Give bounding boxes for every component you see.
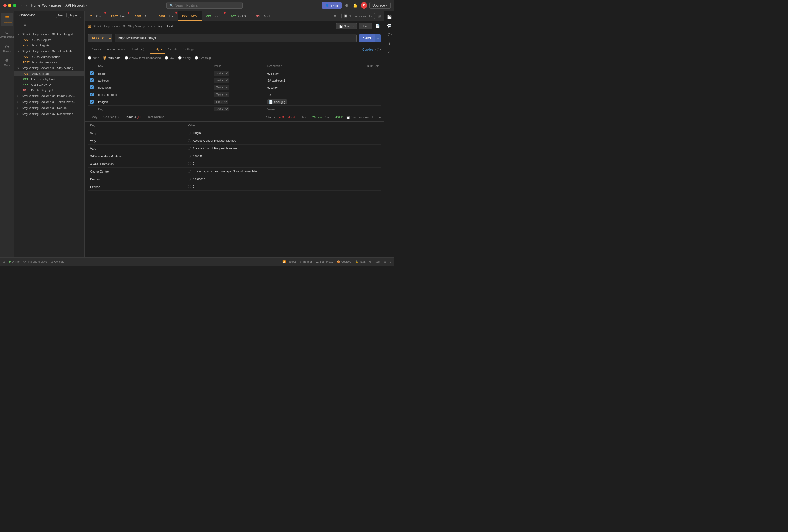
radio-form-data-input[interactable]	[103, 56, 106, 60]
bottom-vault-item[interactable]: 🔒 Vault	[355, 260, 365, 263]
no-environment-button[interactable]: 🔲 No environment ▾	[341, 13, 375, 19]
tab-4[interactable]: POST Hos...	[155, 11, 178, 21]
tab-6[interactable]: GET List S...	[202, 11, 227, 21]
method-select[interactable]: POST ▾ GET DELETE PUT PATCH	[88, 34, 113, 42]
value-cell[interactable]: SA address 1	[265, 77, 381, 84]
sidebar-item-history[interactable]: ◷ History	[1, 41, 13, 55]
workspaces-link[interactable]: Workspaces ▾	[42, 3, 64, 7]
radio-url-encoded-input[interactable]	[124, 56, 128, 60]
type-select[interactable]: File ▾	[214, 100, 228, 104]
more-button[interactable]: ···	[361, 64, 365, 68]
list-item[interactable]: GET List Stays by Host	[14, 77, 84, 82]
send-dropdown-button[interactable]: ▾	[375, 34, 381, 42]
notifications-button[interactable]: 🔔	[352, 2, 358, 9]
radio-form-data[interactable]: form-data	[103, 56, 120, 60]
right-save-btn[interactable]: 💾	[386, 13, 393, 21]
maximize-button[interactable]	[13, 4, 16, 7]
sidebar-item-mock[interactable]: ⊕ Mock	[1, 56, 13, 69]
radio-none[interactable]: none	[88, 56, 99, 60]
resp-tab-headers[interactable]: Headers (14)	[122, 113, 144, 121]
bulk-edit-button[interactable]: Bulk Edit	[367, 64, 379, 67]
type-select-new[interactable]: Text ▾	[214, 107, 229, 112]
collection-header-3[interactable]: ▾ StayBooking Backend 03. Stay Manag...	[14, 65, 84, 71]
filter-btn[interactable]: ≡	[23, 22, 26, 27]
add-tab-button[interactable]: +	[328, 13, 332, 19]
bottom-help-item[interactable]: ?	[390, 260, 391, 263]
back-arrow[interactable]: ‹	[20, 3, 24, 8]
type-select[interactable]: Text ▾	[214, 85, 229, 90]
share-button[interactable]: Share	[358, 23, 372, 29]
bottom-trash-item[interactable]: 🗑 Trash	[369, 260, 380, 263]
value-cell[interactable]: 10	[265, 91, 381, 98]
tab-2[interactable]: POST Hos...	[107, 11, 131, 21]
bottom-console-item[interactable]: ⊡ Console	[51, 260, 64, 263]
radio-none-input[interactable]	[88, 56, 92, 60]
right-expand-btn[interactable]: ⤢	[387, 48, 392, 56]
key-cell[interactable]: name	[96, 70, 212, 77]
tab-1[interactable]: T Gue...	[85, 11, 107, 21]
tab-5-active[interactable]: POST Stay...	[178, 11, 202, 21]
collection-header-4[interactable]: › StayBooking Backend 04. Image Servi...	[14, 93, 84, 99]
sidebar-item-environments[interactable]: ⊙ Environments	[1, 27, 13, 40]
value-cell[interactable]: evestay	[265, 84, 381, 91]
import-button[interactable]: Import	[68, 13, 81, 18]
tab-headers[interactable]: Headers (9)	[128, 45, 149, 54]
list-item[interactable]: POST Stay Upload	[14, 71, 84, 77]
forward-arrow[interactable]: ›	[25, 3, 28, 8]
home-link[interactable]: Home	[31, 3, 40, 7]
add-collection-btn[interactable]: +	[18, 22, 21, 27]
resp-tab-cookies[interactable]: Cookies (1)	[101, 113, 121, 121]
tab-params[interactable]: Params	[88, 45, 104, 54]
type-select[interactable]: Text ▾	[214, 71, 229, 76]
right-code-btn[interactable]: </>	[385, 31, 393, 38]
row-checkbox[interactable]	[90, 78, 94, 82]
collection-header-6[interactable]: › StayBooking Backend 06. Search	[14, 105, 84, 111]
radio-graphql-input[interactable]	[195, 56, 198, 60]
send-button[interactable]: Send	[359, 34, 375, 42]
new-collection-button[interactable]: New	[56, 13, 66, 18]
settings-button[interactable]: ⚙	[344, 2, 350, 9]
minimize-button[interactable]	[8, 4, 12, 7]
avatar[interactable]: P	[361, 2, 367, 9]
bottom-proxy-item[interactable]: ☁ Start Proxy	[316, 260, 333, 263]
resp-tab-test-results[interactable]: Test Results	[145, 113, 167, 121]
value-cell[interactable]: eve-stay	[265, 70, 381, 77]
collection-header-2[interactable]: ▾ StayBooking Backend 02. Token Auth...	[14, 48, 84, 54]
new-key-input[interactable]	[98, 107, 210, 111]
collection-header-7[interactable]: › StayBooking Backend 07. Reservation	[14, 111, 84, 117]
tab-dropdown-button[interactable]: ▾	[333, 13, 337, 19]
response-more-button[interactable]: ···	[378, 115, 381, 119]
tab-8[interactable]: DEL Delet...	[252, 11, 276, 21]
tab-settings[interactable]: Settings	[181, 45, 197, 54]
url-input[interactable]	[115, 34, 357, 42]
code-snippet-button[interactable]: </>	[375, 47, 381, 52]
value-cell[interactable]: 📄 desk.jpg	[265, 98, 381, 106]
list-item[interactable]: POST Host Register	[14, 43, 84, 48]
list-item[interactable]: POST Host Authentication	[14, 60, 84, 65]
right-comment-btn[interactable]: 💬	[386, 22, 393, 29]
doc-icon-button[interactable]: 📄	[374, 23, 381, 29]
environment-settings-button[interactable]: ⊞	[376, 13, 382, 19]
bottom-find-replace-item[interactable]: ⟳ Find and replace	[23, 260, 47, 263]
list-item[interactable]: POST Guest Register	[14, 37, 84, 43]
tab-authorization[interactable]: Authorization	[104, 45, 127, 54]
row-checkbox[interactable]	[90, 93, 94, 96]
cookies-link[interactable]: Cookies	[362, 48, 373, 51]
radio-graphql[interactable]: GraphQL	[195, 56, 212, 60]
bottom-postbot-item[interactable]: 🔁 Postbot	[282, 260, 296, 263]
bottom-grid-item[interactable]: ⊞	[383, 260, 386, 263]
key-cell[interactable]: description	[96, 84, 212, 91]
upgrade-button[interactable]: Upgrade ▾	[370, 2, 391, 9]
radio-raw-input[interactable]	[165, 56, 168, 60]
more-options-btn[interactable]: ···	[77, 22, 81, 27]
bottom-runner-item[interactable]: ▷ Runner	[300, 260, 312, 263]
radio-raw[interactable]: raw	[165, 56, 174, 60]
list-item[interactable]: DEL Delete Stay by ID	[14, 87, 84, 93]
search-input[interactable]	[175, 3, 230, 7]
radio-binary-input[interactable]	[178, 56, 182, 60]
tab-3[interactable]: POST Gue...	[131, 11, 155, 21]
key-cell[interactable]: guest_number	[96, 91, 212, 98]
sidebar-item-collections[interactable]: ☰ Collections	[1, 13, 13, 26]
new-value-input[interactable]	[267, 107, 379, 111]
key-cell[interactable]: address	[96, 77, 212, 84]
